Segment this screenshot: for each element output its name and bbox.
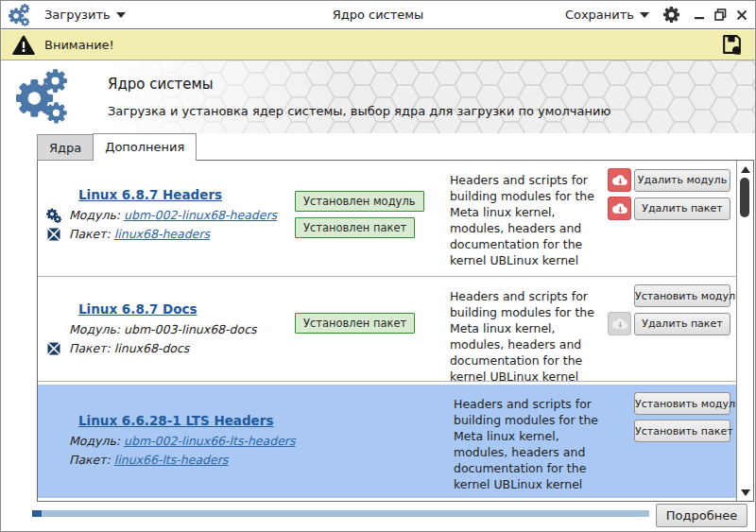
module-value-link[interactable]: ubm-002-linux66-lts-headers [124, 434, 295, 448]
cloud-remove-icon-button[interactable] [608, 168, 631, 192]
addons-list: Linux 6.8.7 Headers Модуль: ubm-002-linu… [38, 161, 736, 501]
install-module-button[interactable]: Установить модуль [634, 392, 730, 415]
kernel-title-link[interactable]: Linux 6.8.7 Docs [78, 301, 198, 317]
package-line: Пакет: linux68-docs [69, 339, 287, 358]
package-line: Пакет: linux66-lts-headers [69, 451, 291, 470]
item-main-info: Linux 6.6.28-1 LTS Headers Модуль: ubm-0… [38, 385, 291, 498]
scroll-up-button[interactable] [737, 163, 753, 176]
cloud-download-icon [610, 173, 628, 187]
item-description: Headers and scripts for building modules… [416, 385, 614, 498]
item-main-info: Linux 6.8.7 Headers Модуль: ubm-002-linu… [38, 161, 287, 276]
status-badges [291, 385, 416, 498]
package-value: linux68-docs [114, 341, 190, 355]
item-actions: Установить модуль Удалить пакет [608, 277, 736, 381]
cloud-remove-icon-button[interactable] [608, 197, 631, 220]
footer: Подробнее [1, 502, 755, 531]
cloud-download-icon [610, 201, 628, 215]
module-value: ubm-003-linux68-docs [124, 322, 257, 336]
install-package-button[interactable]: Установить пакет [634, 420, 730, 442]
module-label: Модуль: [69, 208, 120, 222]
tab-addons[interactable]: Дополнения [93, 133, 197, 161]
scrollbar-thumb[interactable] [740, 178, 749, 217]
kernel-title-link[interactable]: Linux 6.8.7 Headers [78, 187, 222, 202]
chevron-down-icon [116, 12, 126, 18]
module-label: Модуль: [69, 322, 120, 336]
item-main-info: Linux 6.8.7 Docs Модуль: ubm-003-linux68… [38, 277, 287, 381]
item-actions: Установить модуль Установить пакет [614, 385, 736, 498]
status-badges: Установлен пакет [287, 277, 412, 381]
cloud-remove-icon-button[interactable] [608, 312, 631, 335]
save-menu-button[interactable]: Сохранить [565, 8, 649, 22]
load-menu-button[interactable]: Загрузить [44, 8, 126, 22]
tab-kernels[interactable]: Ядра [37, 134, 94, 161]
package-value-link[interactable]: linux68-headers [114, 227, 210, 241]
save-menu-label: Сохранить [565, 8, 634, 22]
list-item-linux687-headers[interactable]: Linux 6.8.7 Headers Модуль: ubm-002-linu… [38, 161, 736, 277]
module-line: Модуль: ubm-002-linux66-lts-headers [69, 432, 291, 451]
list-item-linux66-lts-headers[interactable]: Linux 6.6.28-1 LTS Headers Модуль: ubm-0… [38, 382, 736, 501]
load-menu-label: Загрузить [44, 8, 111, 22]
list-item-linux687-docs[interactable]: Linux 6.8.7 Docs Модуль: ubm-003-linux68… [38, 277, 736, 382]
module-gears-icon [46, 208, 61, 223]
save-floppy-icon[interactable] [720, 33, 744, 57]
chevron-down-icon [640, 12, 649, 18]
details-button[interactable]: Подробнее [656, 504, 747, 527]
progress-bar [32, 510, 649, 517]
warning-label: Внимание! [44, 38, 114, 52]
package-icon [46, 341, 61, 356]
warning-bar: Внимание! [1, 30, 755, 60]
module-value-link[interactable]: ubm-002-linux68-headers [124, 208, 277, 222]
module-label: Модуль: [69, 434, 120, 448]
package-line: Пакет: linux68-headers [69, 225, 287, 244]
page-subtitle: Загрузка и установка ядер системы, выбор… [108, 104, 610, 118]
install-module-button[interactable]: Установить модуль [634, 284, 730, 307]
package-label: Пакет: [69, 341, 111, 355]
addons-list-frame: Linux 6.8.7 Headers Модуль: ubm-002-linu… [37, 160, 754, 502]
scroll-down-icon [741, 489, 750, 496]
status-badge-package-installed: Установлен пакет [295, 313, 415, 334]
cloud-download-icon [610, 317, 628, 331]
warning-triangle-icon [12, 35, 35, 56]
app-gears-icon [9, 4, 31, 26]
status-badge-package-installed: Установлен пакет [295, 217, 415, 238]
status-badges: Установлен модуль Установлен пакет [287, 161, 412, 276]
restore-button[interactable] [714, 9, 727, 21]
package-label: Пакет: [69, 227, 111, 241]
vertical-scrollbar[interactable] [736, 161, 753, 501]
item-description: Headers and scripts for building modules… [412, 277, 608, 381]
header-fade-overlay [1, 60, 755, 133]
remove-package-button[interactable]: Удалить пакет [634, 197, 730, 220]
remove-module-button[interactable]: Удалить модуль [634, 169, 730, 192]
titlebar: Загрузить Ядро системы Сохранить [1, 1, 755, 29]
tab-bar: Ядра Дополнения [37, 133, 196, 161]
scroll-down-button[interactable] [737, 486, 753, 499]
page-title: Ядро системы [108, 76, 214, 93]
progress-fill [32, 510, 42, 517]
package-label: Пакет: [69, 453, 111, 467]
settings-gear-icon[interactable] [662, 6, 680, 24]
remove-package-button[interactable]: Удалить пакет [634, 313, 730, 335]
item-actions: Удалить модуль Удалить пакет [608, 161, 736, 276]
package-icon [46, 227, 61, 242]
minimize-button[interactable] [694, 9, 705, 21]
module-line: Модуль: ubm-003-linux68-docs [69, 320, 287, 339]
close-button[interactable] [736, 9, 747, 21]
kernel-title-link[interactable]: Linux 6.6.28-1 LTS Headers [78, 413, 273, 428]
scroll-up-icon [741, 166, 750, 173]
page-header: Ядро системы Загрузка и установка ядер с… [1, 60, 755, 133]
package-value-link[interactable]: linux66-lts-headers [114, 453, 229, 467]
app-window: Загрузить Ядро системы Сохранить [0, 0, 756, 532]
item-description: Headers and scripts for building modules… [412, 161, 608, 276]
module-line: Модуль: ubm-002-linux68-headers [69, 206, 287, 225]
status-badge-module-installed: Установлен модуль [295, 191, 424, 212]
kernel-gears-icon [16, 69, 71, 124]
